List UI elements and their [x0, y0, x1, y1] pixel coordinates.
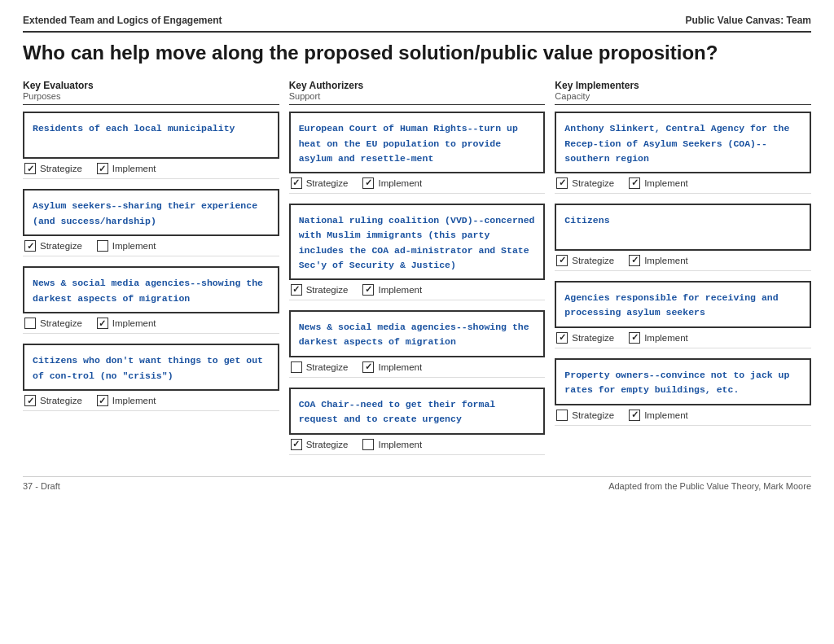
- implement-checkbox-r1-c1[interactable]: [362, 284, 374, 296]
- col-sub-2: Capacity: [555, 91, 811, 101]
- card-text-r2-c0: News & social media agencies--showing th…: [33, 278, 263, 304]
- implement-label-r0-c2: Implement: [644, 178, 688, 188]
- implement-item-r3-c2[interactable]: Implement: [629, 410, 688, 421]
- implement-item-r0-c2[interactable]: Implement: [629, 177, 688, 189]
- strategize-checkbox-r1-c0[interactable]: [24, 240, 36, 252]
- footer-right: Adapted from the Public Value Theory, Ma…: [608, 481, 811, 491]
- column-2: Anthony Slinkert, Central Agency for the…: [555, 112, 811, 465]
- checkbox-row-r2-c0: StrategizeImplement: [23, 313, 279, 334]
- implement-item-r1-c0[interactable]: Implement: [97, 240, 156, 252]
- implement-item-r0-c1[interactable]: Implement: [362, 177, 422, 189]
- strategize-checkbox-r1-c1[interactable]: [291, 284, 302, 296]
- card-text-r3-c1: COA Chair--need to get their formal requ…: [299, 399, 496, 425]
- implement-checkbox-r0-c2[interactable]: [629, 177, 640, 189]
- strategize-checkbox-r0-c2[interactable]: [556, 177, 568, 189]
- implement-checkbox-r2-c2[interactable]: [629, 332, 640, 344]
- implement-checkbox-r0-c0[interactable]: [97, 163, 108, 174]
- strategize-checkbox-r2-c0[interactable]: [24, 318, 36, 329]
- card-group-r0-c1: European Court of Human Rights--turn up …: [289, 112, 546, 197]
- strategize-item-r2-c1[interactable]: Strategize: [291, 361, 349, 373]
- implement-item-r0-c0[interactable]: Implement: [97, 163, 156, 174]
- implement-checkbox-r3-c2[interactable]: [629, 410, 640, 421]
- card-text-r1-c2: Citizens: [564, 215, 609, 226]
- checkbox-row-r2-c2: StrategizeImplement: [555, 328, 811, 348]
- strategize-checkbox-r2-c1[interactable]: [291, 361, 302, 373]
- footer: 37 - Draft Adapted from the Public Value…: [23, 476, 811, 491]
- strategize-item-r3-c2[interactable]: Strategize: [556, 410, 614, 421]
- strategize-label-r1-c2: Strategize: [572, 256, 614, 265]
- main-grid: Residents of each local municipalityStra…: [23, 112, 811, 465]
- strategize-label-r0-c2: Strategize: [572, 178, 614, 188]
- implement-item-r3-c0[interactable]: Implement: [97, 395, 156, 406]
- implement-checkbox-r2-c0[interactable]: [97, 318, 108, 329]
- card-r0-c2: Anthony Slinkert, Central Agency for the…: [555, 112, 811, 173]
- card-text-r3-c0: Citizens who don't want things to get ou…: [33, 355, 263, 381]
- checkbox-row-r3-c1: StrategizeImplement: [289, 435, 546, 455]
- checkbox-row-r1-c0: StrategizeImplement: [23, 236, 279, 256]
- strategize-checkbox-r3-c0[interactable]: [24, 395, 36, 406]
- checkbox-row-r3-c0: StrategizeImplement: [23, 391, 279, 411]
- card-group-r1-c1: National ruling coalition (VVD)--concern…: [289, 204, 546, 304]
- card-r1-c2: Citizens: [555, 204, 811, 251]
- implement-checkbox-r1-c0[interactable]: [97, 240, 108, 252]
- implement-checkbox-r0-c1[interactable]: [362, 177, 374, 189]
- col-header-2: Key ImplementersCapacity: [555, 80, 811, 105]
- strategize-item-r2-c0[interactable]: Strategize: [24, 318, 82, 329]
- card-text-r1-c0: Asylum seekers--sharing their experience…: [33, 200, 257, 226]
- card-group-r0-c2: Anthony Slinkert, Central Agency for the…: [555, 112, 811, 197]
- card-text-r2-c2: Agencies responsible for receiving and p…: [564, 292, 778, 318]
- card-text-r2-c1: News & social media agencies--showing th…: [299, 322, 529, 348]
- implement-label-r1-c0: Implement: [112, 241, 156, 251]
- implement-item-r1-c2[interactable]: Implement: [629, 255, 688, 266]
- implement-label-r3-c1: Implement: [378, 440, 422, 449]
- implement-checkbox-r2-c1[interactable]: [362, 361, 374, 373]
- strategize-item-r1-c1[interactable]: Strategize: [291, 284, 349, 296]
- implement-checkbox-r1-c2[interactable]: [629, 255, 640, 266]
- implement-label-r3-c2: Implement: [644, 410, 688, 420]
- card-r3-c1: COA Chair--need to get their formal requ…: [289, 388, 546, 435]
- strategize-item-r3-c1[interactable]: Strategize: [291, 439, 349, 450]
- implement-checkbox-r3-c1[interactable]: [362, 439, 374, 450]
- strategize-item-r0-c2[interactable]: Strategize: [556, 177, 614, 189]
- card-group-r3-c1: COA Chair--need to get their formal requ…: [289, 388, 546, 458]
- strategize-label-r2-c0: Strategize: [40, 318, 82, 328]
- strategize-item-r2-c2[interactable]: Strategize: [556, 332, 614, 344]
- strategize-label-r3-c1: Strategize: [306, 440, 349, 449]
- strategize-label-r2-c1: Strategize: [306, 362, 349, 372]
- implement-label-r2-c1: Implement: [378, 362, 422, 372]
- card-r2-c1: News & social media agencies--showing th…: [289, 310, 546, 357]
- card-r2-c2: Agencies responsible for receiving and p…: [555, 281, 811, 328]
- strategize-checkbox-r0-c1[interactable]: [291, 177, 302, 189]
- implement-label-r3-c0: Implement: [112, 396, 156, 405]
- strategize-label-r1-c0: Strategize: [40, 241, 82, 251]
- implement-item-r2-c2[interactable]: Implement: [629, 332, 688, 344]
- implement-item-r1-c1[interactable]: Implement: [362, 284, 422, 296]
- card-r3-c0: Citizens who don't want things to get ou…: [23, 344, 279, 391]
- strategize-checkbox-r0-c0[interactable]: [24, 163, 36, 174]
- implement-checkbox-r3-c0[interactable]: [97, 395, 108, 406]
- implement-label-r1-c1: Implement: [378, 285, 422, 295]
- card-r1-c0: Asylum seekers--sharing their experience…: [23, 189, 279, 236]
- checkbox-row-r0-c2: StrategizeImplement: [555, 173, 811, 194]
- implement-item-r2-c1[interactable]: Implement: [362, 361, 422, 373]
- strategize-item-r1-c2[interactable]: Strategize: [556, 255, 614, 266]
- header-right: Public Value Canvas: Team: [685, 15, 811, 26]
- strategize-checkbox-r2-c2[interactable]: [556, 332, 568, 344]
- col-header-0: Key EvaluatorsPurposes: [23, 80, 279, 105]
- checkbox-row-r1-c2: StrategizeImplement: [555, 251, 811, 271]
- strategize-item-r0-c1[interactable]: Strategize: [291, 177, 349, 189]
- implement-item-r2-c0[interactable]: Implement: [97, 318, 156, 329]
- strategize-checkbox-r3-c2[interactable]: [556, 410, 568, 421]
- strategize-label-r0-c0: Strategize: [40, 164, 82, 173]
- card-group-r2-c0: News & social media agencies--showing th…: [23, 266, 279, 337]
- card-group-r1-c2: CitizensStrategizeImplement: [555, 204, 811, 274]
- strategize-checkbox-r1-c2[interactable]: [556, 255, 568, 266]
- card-r0-c1: European Court of Human Rights--turn up …: [289, 112, 546, 173]
- strategize-item-r3-c0[interactable]: Strategize: [24, 395, 82, 406]
- strategize-checkbox-r3-c1[interactable]: [291, 439, 302, 450]
- strategize-item-r1-c0[interactable]: Strategize: [24, 240, 82, 252]
- implement-item-r3-c1[interactable]: Implement: [362, 439, 422, 450]
- implement-label-r1-c2: Implement: [644, 256, 688, 265]
- card-group-r1-c0: Asylum seekers--sharing their experience…: [23, 189, 279, 260]
- strategize-item-r0-c0[interactable]: Strategize: [24, 163, 82, 174]
